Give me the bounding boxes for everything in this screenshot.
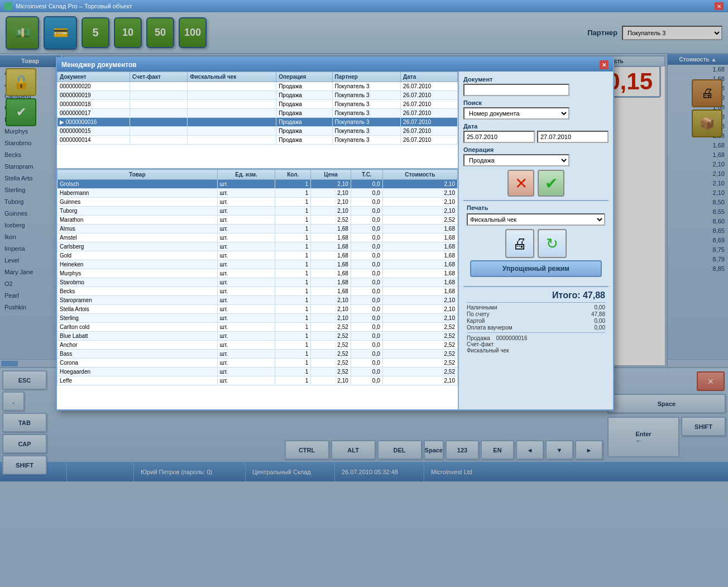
refresh-button[interactable]: ↻ xyxy=(538,229,567,258)
modal-title-text: Менеджер документов xyxy=(61,61,137,69)
account-label: По счету xyxy=(467,311,490,317)
lower-table-row[interactable]: Becksшт.11,680,01,68 xyxy=(58,287,458,296)
lower-table-row[interactable]: Grolschшт.12,100,02,10 xyxy=(58,180,458,189)
lower-col-price: Цена xyxy=(311,170,351,180)
lower-table-row[interactable]: Staropramenшт.12,100,02,10 xyxy=(58,296,458,305)
lower-table-row[interactable]: Bassшт.12,520,02,52 xyxy=(58,350,458,359)
lower-table-row[interactable]: Marathonшт.12,520,02,52 xyxy=(58,216,458,225)
doc-table-row[interactable]: 0000000020ПродажаПокупатель 326.07.2010 xyxy=(58,82,458,91)
total-row-card: Картой 0,00 xyxy=(467,318,605,324)
modal-cancel-button[interactable]: ✕ xyxy=(507,170,534,197)
simplified-mode-button[interactable]: Упрощенный режим xyxy=(470,260,602,277)
modal-right-panel: Документ Поиск Номер документа Дата xyxy=(459,71,613,409)
doc-col-op: Операция xyxy=(276,72,332,82)
refresh-icon: ↻ xyxy=(546,235,558,252)
doc-table-scroll[interactable]: Документ Счет-факт Фискальный чек Операц… xyxy=(57,71,458,169)
total-row-account: По счету 47,88 xyxy=(467,311,605,317)
lower-table-row[interactable]: Guinnesшт.12,100,02,10 xyxy=(58,198,458,207)
doc-table-area: Документ Счет-факт Фискальный чек Операц… xyxy=(57,71,459,409)
app-icon xyxy=(4,2,12,10)
lower-table-row[interactable]: Murphysшт.11,680,01,68 xyxy=(58,269,458,278)
lower-col-ts: Т.С. xyxy=(351,170,382,180)
total-divider2 xyxy=(467,332,605,333)
lower-table-row[interactable]: Carlton coldшт.12,520,02,52 xyxy=(58,323,458,332)
modal-overlay: Менеджер документов ✕ Документ Счет-факт xyxy=(0,12,728,587)
doc-info-fiscal: Фискальный чек xyxy=(467,347,605,354)
modal-confirm-button[interactable]: ✔ xyxy=(538,170,564,197)
doc-table-row[interactable]: 0000000014ПродажаПокупатель 326.07.2010 xyxy=(58,136,458,145)
doc-table-row[interactable]: 0000000018ПродажаПокупатель 326.07.2010 xyxy=(58,100,458,109)
lower-table-row[interactable]: Anchorшт.12,520,02,52 xyxy=(58,341,458,350)
doc-info-sale: Продажа 0000000016 xyxy=(467,335,605,341)
modal-action-btns: ✕ ✔ xyxy=(463,170,609,197)
cash-value: 0,00 xyxy=(595,304,605,311)
print-label: Печать xyxy=(467,204,605,211)
search-field: Поиск Номер документа xyxy=(463,99,609,120)
lower-table-row[interactable]: Habermannшт.12,100,02,10 xyxy=(58,189,458,198)
doc-info-invoice: Счет-факт xyxy=(467,341,605,347)
lower-table-row[interactable]: Leffeшт.12,100,02,10 xyxy=(58,376,458,385)
total-row-voucher: Оплата ваучером 0,00 xyxy=(467,324,605,331)
lower-table-row[interactable]: Carlsbergшт.11,680,01,68 xyxy=(58,242,458,251)
doc-table-row[interactable]: 0000000019ПродажаПокупатель 326.07.2010 xyxy=(58,91,458,100)
doc-field: Документ xyxy=(463,76,609,96)
lower-table-row[interactable]: Goldшт.11,680,01,68 xyxy=(58,251,458,260)
doc-col-fiscal: Фискальный чек xyxy=(188,72,276,82)
date-field: Дата xyxy=(463,123,609,143)
card-label: Картой xyxy=(467,318,485,324)
lower-table-row[interactable]: Blue Labattшт.12,520,02,52 xyxy=(58,332,458,341)
voucher-value: 0,00 xyxy=(595,324,605,331)
op-field: Операция Продажа Покупка xyxy=(463,146,609,166)
cancel-icon: ✕ xyxy=(515,174,528,193)
lower-table-row[interactable]: Tuborgшт.12,100,02,10 xyxy=(58,207,458,216)
doc-info: Продажа 0000000016 Счет-факт Фискальный … xyxy=(467,335,605,354)
doc-table-row[interactable]: 0000000017ПродажаПокупатель 326.07.2010 xyxy=(58,109,458,118)
app-title: Microinvest Склад Pro – Торговый объект xyxy=(16,3,132,9)
lower-table-row[interactable]: Starobrnoшт.11,680,01,68 xyxy=(58,278,458,287)
print-section: Печать Фискальный чек Счет-фактура 🖨 ↻ xyxy=(463,200,609,283)
lower-table-row[interactable]: Sterlingшт.12,100,02,10 xyxy=(58,314,458,323)
doc-table: Документ Счет-факт Фискальный чек Операц… xyxy=(57,71,458,145)
total-main: Итого: 47,88 xyxy=(467,290,605,300)
date-field-label: Дата xyxy=(463,123,609,130)
total-divider xyxy=(467,302,605,303)
lower-table-row[interactable]: Stella Artoisшт.12,100,02,10 xyxy=(58,305,458,314)
printer-icon: 🖨 xyxy=(513,235,527,252)
print-select[interactable]: Фискальный чек Счет-фактура xyxy=(467,213,605,226)
doc-input[interactable] xyxy=(463,84,569,96)
lower-col-cost: Стоимость xyxy=(382,170,457,180)
total-row-cash: Наличными 0,00 xyxy=(467,304,605,311)
card-value: 0,00 xyxy=(595,318,605,324)
print-button[interactable]: 🖨 xyxy=(505,229,534,258)
lower-col-unit: Ед. изм. xyxy=(217,170,275,180)
date-to-input[interactable] xyxy=(537,131,609,143)
voucher-label: Оплата ваучером xyxy=(467,324,513,331)
doc-col-invoice: Счет-факт xyxy=(130,72,188,82)
doc-field-label: Документ xyxy=(463,76,609,83)
lower-col-qty: Кол. xyxy=(275,170,311,180)
modal-title-bar: Менеджер документов ✕ xyxy=(57,58,613,71)
date-from-input[interactable] xyxy=(463,131,535,143)
modal-body: Документ Счет-факт Фискальный чек Операц… xyxy=(57,71,613,409)
window-close-button[interactable]: ✕ xyxy=(715,2,724,10)
lower-col-item: Товар xyxy=(58,170,218,180)
lower-table-row[interactable]: Amstelшт.11,680,01,68 xyxy=(58,233,458,242)
op-select[interactable]: Продажа Покупка xyxy=(463,154,569,166)
document-manager-modal: Менеджер документов ✕ Документ Счет-факт xyxy=(56,57,614,411)
doc-col-partner: Партнер xyxy=(332,72,401,82)
account-value: 47,88 xyxy=(591,311,605,317)
print-btns: 🖨 ↻ xyxy=(467,229,605,258)
doc-table-row[interactable]: 0000000015ПродажаПокупатель 326.07.2010 xyxy=(58,127,458,136)
search-select[interactable]: Номер документа xyxy=(463,107,569,120)
items-lower-scroll[interactable]: Товар Ед. изм. Кол. Цена Т.С. Стоимость … xyxy=(57,169,458,409)
title-bar: Microinvest Склад Pro – Торговый объект … xyxy=(0,0,728,12)
total-label: Итого: xyxy=(552,290,580,300)
lower-table-row[interactable]: Almusшт.11,680,01,68 xyxy=(58,225,458,233)
doc-table-row[interactable]: ▶ 0000000016ПродажаПокупатель 326.07.201… xyxy=(58,118,458,127)
total-value: 47,88 xyxy=(583,290,605,300)
modal-close-button[interactable]: ✕ xyxy=(600,60,609,69)
lower-table-row[interactable]: Hoegaardenшт.12,520,02,52 xyxy=(58,368,458,376)
op-field-label: Операция xyxy=(463,146,609,153)
lower-table-row[interactable]: Coronaшт.12,520,02,52 xyxy=(58,359,458,368)
lower-table-row[interactable]: Heinekenшт.11,680,01,68 xyxy=(58,260,458,269)
